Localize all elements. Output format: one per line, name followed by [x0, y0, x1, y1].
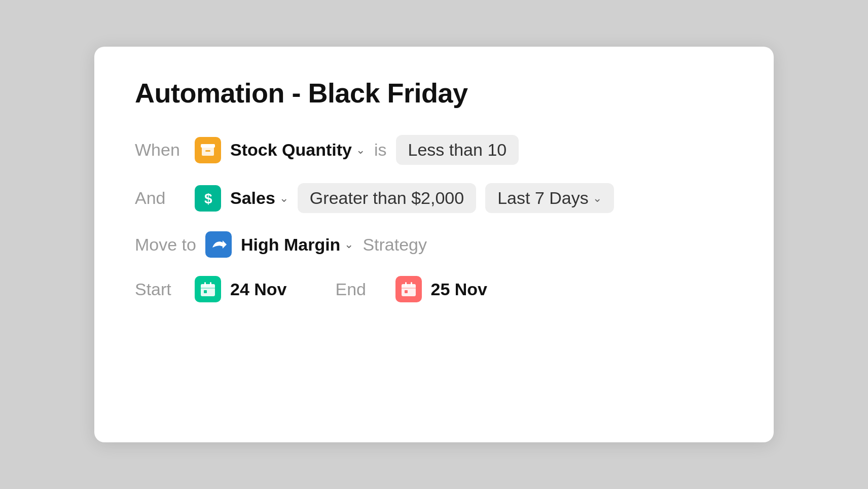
time-label: Last 7 Days [497, 188, 589, 208]
svg-rect-11 [405, 282, 407, 286]
svg-rect-13 [405, 290, 408, 293]
dollar-svg: $ [201, 190, 215, 206]
high-margin-label: High Margin [241, 235, 340, 255]
high-margin-chevron: ⌄ [344, 238, 353, 251]
svg-rect-1 [205, 150, 210, 152]
stock-quantity-dropdown[interactable]: Stock Quantity ⌄ [230, 140, 365, 160]
when-label: When [135, 140, 186, 160]
condition-row-2: And $ Sales ⌄ Greater than $2,000 Last 7… [135, 183, 733, 213]
archive-svg [200, 142, 216, 158]
is-connector: is [374, 140, 387, 160]
sales-chevron: ⌄ [279, 192, 288, 205]
greater-than-value[interactable]: Greater than $2,000 [298, 183, 476, 213]
svg-rect-8 [201, 288, 215, 289]
less-than-10-value[interactable]: Less than 10 [396, 135, 519, 165]
svg-rect-6 [210, 282, 211, 286]
svg-rect-5 [204, 282, 206, 286]
svg-rect-7 [204, 290, 207, 293]
svg-rect-0 [201, 144, 215, 148]
archive-icon [195, 137, 221, 163]
start-label: Start [135, 280, 186, 299]
high-margin-dropdown[interactable]: High Margin ⌄ [241, 235, 353, 255]
sales-dropdown[interactable]: Sales ⌄ [230, 188, 288, 208]
stock-quantity-chevron: ⌄ [356, 144, 365, 157]
time-chevron: ⌄ [593, 192, 602, 205]
arrow-svg [209, 236, 228, 253]
dates-row: Start 24 Nov End 25 Nov [135, 276, 733, 302]
end-date[interactable]: 25 Nov [431, 280, 488, 299]
condition-row-1: When Stock Quantity ⌄ is Less than 10 [135, 135, 733, 165]
automation-card: Automation - Black Friday When Stock Qua… [94, 47, 774, 442]
move-to-label: Move to [135, 235, 196, 255]
calendar-start-icon[interactable] [195, 276, 221, 302]
calendar-end-svg [400, 281, 417, 298]
last-7-days-dropdown[interactable]: Last 7 Days ⌄ [485, 183, 614, 213]
and-label: And [135, 188, 186, 208]
svg-text:$: $ [204, 191, 212, 206]
strategy-label: Strategy [363, 235, 427, 255]
arrow-icon [205, 231, 232, 258]
svg-rect-12 [411, 282, 412, 286]
svg-rect-14 [402, 288, 416, 289]
dollar-icon: $ [195, 185, 221, 212]
calendar-start-svg [199, 281, 216, 298]
end-label: End [336, 280, 386, 299]
page-title: Automation - Black Friday [135, 77, 733, 109]
calendar-end-icon[interactable] [395, 276, 422, 302]
action-row: Move to High Margin ⌄ Strategy [135, 231, 733, 258]
stock-quantity-label: Stock Quantity [230, 140, 352, 160]
sales-label: Sales [230, 188, 275, 208]
start-date[interactable]: 24 Nov [230, 280, 287, 299]
